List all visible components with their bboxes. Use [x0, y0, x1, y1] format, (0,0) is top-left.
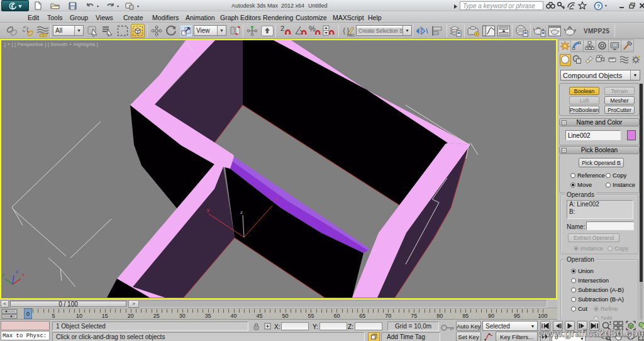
save-file-icon[interactable]: [68, 1, 77, 10]
category-dropdown[interactable]: Compound Objects ▼: [560, 70, 640, 81]
objtype-mesher-button[interactable]: Mesher: [604, 96, 635, 104]
align-icon[interactable]: [431, 24, 445, 38]
rendered-frame-window-icon[interactable]: [548, 24, 562, 38]
panel-scrollbar[interactable]: [640, 84, 643, 341]
project-link-icon[interactable]: [125, 1, 135, 10]
material-editor-icon[interactable]: [515, 24, 529, 38]
menu-edit[interactable]: Edit: [28, 14, 39, 22]
tab-motion[interactable]: [596, 40, 609, 52]
project-dropdown-icon[interactable]: ▾: [137, 4, 142, 8]
bind-to-space-warp-icon[interactable]: [36, 24, 50, 38]
select-object-icon[interactable]: [86, 24, 100, 38]
selection-lock-icon[interactable]: [251, 321, 261, 331]
radio-reference[interactable]: Reference: [570, 172, 605, 179]
help-icon[interactable]: ?: [594, 1, 603, 10]
open-file-icon[interactable]: [50, 1, 60, 10]
use-pivot-point-center-icon[interactable]: [228, 24, 242, 38]
search-input[interactable]: Type a keyword or phrase: [460, 1, 543, 10]
object-color-swatch[interactable]: [627, 130, 636, 140]
current-frame-marker[interactable]: 0: [24, 308, 32, 319]
objtype-procutter-button[interactable]: ProCutter: [604, 106, 635, 114]
previous-frame-arrow[interactable]: <: [1, 300, 9, 308]
keyring-icon[interactable]: [557, 1, 566, 10]
menu-graph-editors[interactable]: Graph Editors: [220, 14, 261, 22]
set-key-button[interactable]: Set Key: [456, 332, 481, 341]
absolute-offset-mode-icon[interactable]: [262, 321, 272, 331]
category-space-warps[interactable]: [619, 54, 630, 66]
time-slider-grip[interactable]: 0 / 100: [10, 301, 126, 307]
category-lights[interactable]: [583, 54, 594, 66]
adaptive-degradation-toggle[interactable]: [368, 332, 380, 341]
radio-copy[interactable]: Copy: [606, 172, 626, 179]
menu-help[interactable]: Help: [368, 14, 382, 22]
menu-tools[interactable]: Tools: [47, 14, 63, 22]
undo-dropdown-icon[interactable]: ▾: [97, 4, 101, 8]
radio-intersection[interactable]: Intersection: [571, 277, 609, 284]
angle-snap-toggle-icon[interactable]: [294, 24, 308, 38]
reference-coordinate-system-dropdown[interactable]: View▼: [194, 25, 226, 36]
maxscript-mini-listener-input[interactable]: [1, 321, 50, 330]
objtype-proboolean-button[interactable]: ProBoolean: [569, 106, 599, 114]
select-and-scale-icon[interactable]: [179, 24, 193, 38]
tab-modify[interactable]: [571, 40, 584, 52]
object-name-field[interactable]: [565, 130, 621, 140]
tab-display[interactable]: [609, 40, 621, 52]
mini-curve-editor-button[interactable]: [1, 309, 20, 319]
select-and-manipulate-icon[interactable]: [245, 24, 259, 38]
menu-maxscript[interactable]: MAXScript: [333, 14, 364, 22]
radio-subtraction-a-b-[interactable]: Subtraction (A-B): [571, 286, 624, 293]
menu-create[interactable]: Create: [123, 14, 143, 22]
close-button[interactable]: [637, 2, 644, 9]
time-slider-track[interactable]: 0 / 100: [9, 300, 547, 308]
radio-cut[interactable]: Cut: [571, 305, 587, 312]
help-dropdown-icon[interactable]: ▾: [605, 4, 609, 8]
set-keys-icon[interactable]: [440, 321, 455, 336]
binoculars-icon[interactable]: [546, 1, 555, 10]
operand-b[interactable]: B:: [567, 208, 633, 216]
named-selection-sets-dropdown[interactable]: Create Selection Se▼: [356, 25, 412, 36]
radio-instance[interactable]: Instance: [606, 181, 635, 188]
category-geometry[interactable]: [560, 54, 571, 66]
mirror-icon[interactable]: [415, 24, 429, 38]
snaps-toggle-icon[interactable]: 2: [279, 24, 293, 38]
keyboard-shortcut-override-icon[interactable]: [260, 24, 274, 38]
y-coord-field[interactable]: [319, 322, 347, 330]
menu-modifiers[interactable]: Modifiers: [152, 14, 179, 22]
viewport-label[interactable]: [ + ] [ Perspective ] [ Smooth + Highlig…: [4, 42, 98, 47]
select-and-link-icon[interactable]: [5, 24, 19, 38]
tab-hierarchy[interactable]: [584, 40, 596, 52]
radio-union[interactable]: Union: [571, 267, 594, 274]
menu-group[interactable]: Group: [70, 14, 88, 22]
category-systems[interactable]: [630, 54, 641, 66]
default-in-out-tangents-icon[interactable]: [483, 332, 494, 341]
restore-button[interactable]: [628, 2, 637, 9]
maxscript-mini-listener-output[interactable]: Max to Physc:: [1, 331, 50, 340]
render-production-icon[interactable]: [563, 24, 577, 38]
curve-editor-icon[interactable]: [482, 24, 496, 38]
menu-animation[interactable]: Animation: [186, 14, 215, 22]
tab-create[interactable]: [558, 40, 571, 52]
key-filter-selected-dropdown[interactable]: Selected ▼: [482, 321, 538, 331]
schematic-view-icon[interactable]: [497, 24, 511, 38]
auto-key-button[interactable]: Auto Key: [456, 321, 481, 331]
operand-name-field[interactable]: [586, 221, 634, 230]
z-coord-field[interactable]: [355, 322, 382, 330]
next-frame-arrow[interactable]: >: [128, 300, 139, 308]
graphite-modeling-tools-icon[interactable]: [467, 24, 480, 38]
rollout-pick-boolean[interactable]: - Pick Boolean: [559, 146, 640, 154]
minimize-button[interactable]: [617, 2, 626, 9]
radio-move[interactable]: Move: [570, 181, 592, 188]
key-filters-button[interactable]: Key Filters...: [496, 332, 538, 341]
select-and-move-icon[interactable]: [150, 24, 164, 38]
category-cameras[interactable]: [595, 54, 606, 66]
communication-center-icon[interactable]: [567, 1, 576, 10]
new-file-icon[interactable]: [33, 1, 43, 10]
selection-filter-dropdown[interactable]: All▼: [53, 25, 84, 36]
add-time-tag[interactable]: Add Time Tag: [381, 332, 440, 341]
tab-utilities[interactable]: [621, 40, 634, 52]
pick-operand-b-button[interactable]: Pick Operand B: [579, 158, 624, 167]
x-coord-field[interactable]: [281, 322, 309, 330]
spinner-snap-toggle-icon[interactable]: [322, 24, 336, 38]
infocenter-arrow-icon[interactable]: [453, 3, 458, 9]
rectangular-selection-region-icon[interactable]: [116, 24, 130, 38]
